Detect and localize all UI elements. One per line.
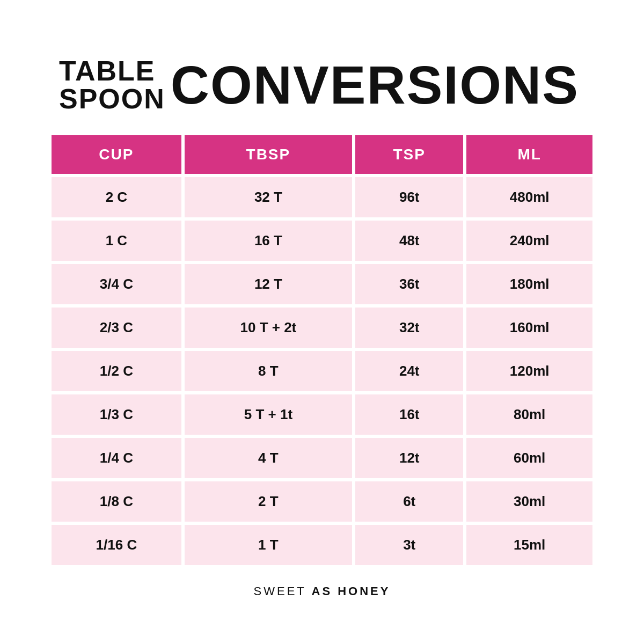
header-tbsp: TBSP bbox=[185, 135, 352, 174]
cell-cup: 1/16 C bbox=[52, 525, 181, 565]
cell-cup: 2/3 C bbox=[52, 308, 181, 348]
cell-ml: 30ml bbox=[466, 481, 592, 522]
table-row: 1/3 C5 T + 1t16t80ml bbox=[52, 394, 592, 435]
page-container: TABLE SPOON CONVERSIONS CUP TBSP TSP ML … bbox=[27, 25, 617, 620]
cell-tbsp: 12 T bbox=[185, 264, 352, 304]
footer-part2: AS HONEY bbox=[312, 584, 391, 598]
cell-tsp: 96t bbox=[355, 177, 463, 217]
header-cup: CUP bbox=[52, 135, 181, 174]
footer: SWEET AS HONEY bbox=[254, 584, 391, 598]
cell-tbsp: 16 T bbox=[185, 221, 352, 261]
cell-tsp: 16t bbox=[355, 394, 463, 435]
cell-cup: 1 C bbox=[52, 221, 181, 261]
title-conversions: CONVERSIONS bbox=[171, 58, 579, 112]
cell-ml: 80ml bbox=[466, 394, 592, 435]
table-header-row: CUP TBSP TSP ML bbox=[52, 135, 592, 174]
cell-tbsp: 8 T bbox=[185, 351, 352, 391]
title-table: TABLE bbox=[59, 57, 165, 85]
title-spoon: SPOON bbox=[59, 85, 165, 113]
cell-tbsp: 10 T + 2t bbox=[185, 308, 352, 348]
cell-tsp: 6t bbox=[355, 481, 463, 522]
cell-cup: 1/3 C bbox=[52, 394, 181, 435]
table-row: 2/3 C10 T + 2t32t160ml bbox=[52, 308, 592, 348]
conversion-table: CUP TBSP TSP ML 2 C32 T96t480ml1 C16 T48… bbox=[48, 132, 596, 568]
table-row: 1 C16 T48t240ml bbox=[52, 221, 592, 261]
table-row: 1/16 C1 T3t15ml bbox=[52, 525, 592, 565]
cell-ml: 180ml bbox=[466, 264, 592, 304]
cell-tsp: 32t bbox=[355, 308, 463, 348]
cell-tsp: 24t bbox=[355, 351, 463, 391]
cell-cup: 1/2 C bbox=[52, 351, 181, 391]
cell-cup: 1/8 C bbox=[52, 481, 181, 522]
cell-tsp: 36t bbox=[355, 264, 463, 304]
title-left: TABLE SPOON bbox=[59, 57, 165, 113]
cell-ml: 120ml bbox=[466, 351, 592, 391]
cell-ml: 60ml bbox=[466, 438, 592, 478]
cell-tbsp: 1 T bbox=[185, 525, 352, 565]
cell-cup: 1/4 C bbox=[52, 438, 181, 478]
cell-ml: 480ml bbox=[466, 177, 592, 217]
cell-tbsp: 4 T bbox=[185, 438, 352, 478]
table-row: 1/4 C4 T12t60ml bbox=[52, 438, 592, 478]
cell-tsp: 48t bbox=[355, 221, 463, 261]
header-ml: ML bbox=[466, 135, 592, 174]
cell-tsp: 3t bbox=[355, 525, 463, 565]
cell-ml: 160ml bbox=[466, 308, 592, 348]
cell-tbsp: 5 T + 1t bbox=[185, 394, 352, 435]
cell-ml: 15ml bbox=[466, 525, 592, 565]
title-block: TABLE SPOON CONVERSIONS bbox=[48, 57, 579, 113]
table-row: 1/8 C2 T6t30ml bbox=[52, 481, 592, 522]
table-row: 3/4 C12 T36t180ml bbox=[52, 264, 592, 304]
cell-tbsp: 2 T bbox=[185, 481, 352, 522]
table-row: 1/2 C8 T24t120ml bbox=[52, 351, 592, 391]
cell-cup: 2 C bbox=[52, 177, 181, 217]
cell-cup: 3/4 C bbox=[52, 264, 181, 304]
cell-ml: 240ml bbox=[466, 221, 592, 261]
cell-tbsp: 32 T bbox=[185, 177, 352, 217]
table-row: 2 C32 T96t480ml bbox=[52, 177, 592, 217]
footer-part1: SWEET bbox=[254, 584, 312, 598]
header-tsp: TSP bbox=[355, 135, 463, 174]
cell-tsp: 12t bbox=[355, 438, 463, 478]
